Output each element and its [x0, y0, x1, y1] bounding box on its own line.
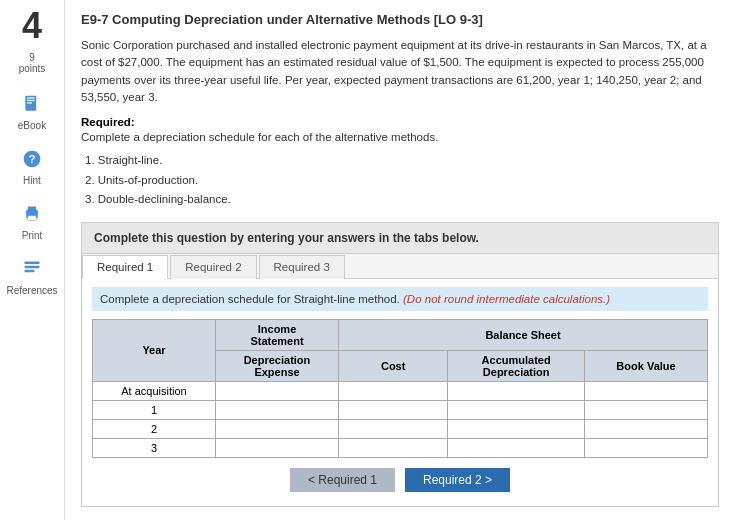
sidebar-item-references[interactable]: References	[6, 255, 57, 296]
required-section-label: Required:	[81, 116, 719, 128]
hint-label: Hint	[23, 175, 41, 186]
svg-rect-8	[28, 216, 36, 221]
col-header-dep-expense: DepreciationExpense	[216, 350, 339, 381]
cell-book-acquisition[interactable]	[584, 381, 707, 400]
cell-dep-3[interactable]	[216, 438, 339, 457]
method-1: 1. Straight-line.	[85, 151, 719, 171]
problem-description: Sonic Corporation purchased and installe…	[81, 37, 719, 106]
cell-dep-1[interactable]	[216, 400, 339, 419]
svg-rect-7	[28, 207, 36, 211]
cell-accum-1[interactable]	[448, 400, 585, 419]
col-header-book-value: Book Value	[584, 350, 707, 381]
svg-rect-2	[27, 100, 35, 101]
col-header-accum-dep: AccumulatedDepreciation	[448, 350, 585, 381]
tabs-bar: Required 1 Required 2 Required 3	[82, 254, 718, 279]
table-row: At acquisition	[93, 381, 708, 400]
tab-required2[interactable]: Required 2	[170, 255, 256, 279]
col-header-cost: Cost	[339, 350, 448, 381]
cell-cost-1[interactable]	[339, 400, 448, 419]
sidebar-item-print[interactable]: Print	[18, 200, 46, 241]
col-header-balance-sheet: Balance Sheet	[339, 319, 708, 350]
cell-book-2[interactable]	[584, 419, 707, 438]
svg-rect-1	[27, 97, 35, 98]
problem-number: 4	[22, 8, 42, 44]
table-row: 1	[93, 400, 708, 419]
cell-cost-acquisition[interactable]	[339, 381, 448, 400]
tab-required1[interactable]: Required 1	[82, 255, 168, 279]
method-2: 2. Units-of-production.	[85, 171, 719, 191]
svg-rect-9	[24, 262, 39, 265]
tabs-container: Required 1 Required 2 Required 3 Complet…	[81, 254, 719, 507]
table-row: 3	[93, 438, 708, 457]
col-header-year: Year	[93, 319, 216, 381]
ebook-label: eBook	[18, 120, 46, 131]
cell-book-1[interactable]	[584, 400, 707, 419]
cell-book-3[interactable]	[584, 438, 707, 457]
required-description: Complete a depreciation schedule for eac…	[81, 131, 719, 143]
row-year-acquisition: At acquisition	[93, 381, 216, 400]
sidebar: 4 9 points eBook ? Hint Print References	[0, 0, 65, 520]
svg-rect-10	[24, 266, 39, 269]
tab-required3[interactable]: Required 3	[259, 255, 345, 279]
svg-rect-3	[27, 102, 32, 103]
methods-list: 1. Straight-line. 2. Units-of-production…	[85, 151, 719, 210]
cell-cost-2[interactable]	[339, 419, 448, 438]
book-icon	[18, 90, 46, 118]
references-icon	[18, 255, 46, 283]
tab-instruction: Complete a depreciation schedule for Str…	[92, 287, 708, 311]
question-banner: Complete this question by entering your …	[81, 222, 719, 254]
cell-accum-2[interactable]	[448, 419, 585, 438]
table-row: 2	[93, 419, 708, 438]
col-header-income-statement: IncomeStatement	[216, 319, 339, 350]
row-year-1: 1	[93, 400, 216, 419]
method-3: 3. Double-declining-balance.	[85, 190, 719, 210]
svg-text:?: ?	[28, 152, 35, 165]
references-label: References	[6, 285, 57, 296]
prev-button[interactable]: < Required 1	[290, 468, 395, 492]
cell-accum-3[interactable]	[448, 438, 585, 457]
print-label: Print	[22, 230, 43, 241]
hint-icon: ?	[18, 145, 46, 173]
main-content: E9-7 Computing Depreciation under Altern…	[65, 0, 735, 520]
cell-cost-3[interactable]	[339, 438, 448, 457]
tab-content-required1: Complete a depreciation schedule for Str…	[82, 279, 718, 506]
problem-title: E9-7 Computing Depreciation under Altern…	[81, 12, 719, 27]
depreciation-table: Year IncomeStatement Balance Sheet Depre…	[92, 319, 708, 458]
cell-accum-acquisition[interactable]	[448, 381, 585, 400]
row-year-3: 3	[93, 438, 216, 457]
sidebar-item-hint[interactable]: ? Hint	[18, 145, 46, 186]
sidebar-item-ebook[interactable]: eBook	[18, 90, 46, 131]
print-icon	[18, 200, 46, 228]
points-label: 9 points	[19, 52, 46, 74]
cell-dep-acquisition[interactable]	[216, 381, 339, 400]
nav-buttons: < Required 1 Required 2 >	[92, 458, 708, 498]
svg-rect-11	[24, 270, 34, 273]
row-year-2: 2	[93, 419, 216, 438]
cell-dep-2[interactable]	[216, 419, 339, 438]
next-button[interactable]: Required 2 >	[405, 468, 510, 492]
